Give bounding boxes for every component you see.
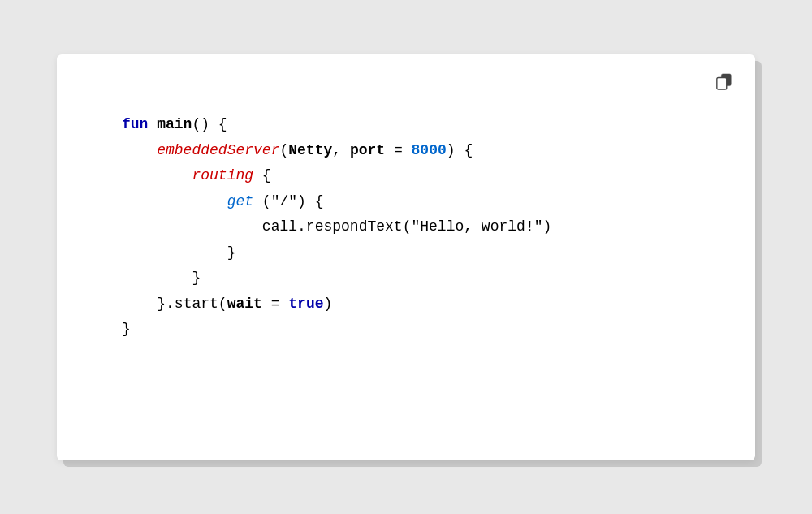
copy-icon[interactable] bbox=[713, 71, 736, 93]
line-1: fun main() { bbox=[122, 116, 227, 132]
card-container: fun main() { embeddedServer(Netty, port … bbox=[57, 54, 755, 460]
line-7: } bbox=[122, 270, 201, 286]
svg-rect-1 bbox=[717, 77, 727, 89]
line-6: } bbox=[122, 244, 235, 261]
line-8: }.start(wait = true) bbox=[122, 296, 332, 312]
line-5: call.respondText("Hello, world!") bbox=[122, 218, 551, 235]
code-block: fun main() { embeddedServer(Netty, port … bbox=[122, 87, 715, 369]
line-2: embeddedServer(Netty, port = 8000) { bbox=[122, 142, 473, 158]
line-4: get ("/") { bbox=[122, 193, 323, 209]
line-3: routing { bbox=[122, 167, 271, 184]
code-card: fun main() { embeddedServer(Netty, port … bbox=[57, 54, 755, 460]
copy-button[interactable] bbox=[713, 71, 736, 93]
line-9: } bbox=[122, 321, 131, 337]
